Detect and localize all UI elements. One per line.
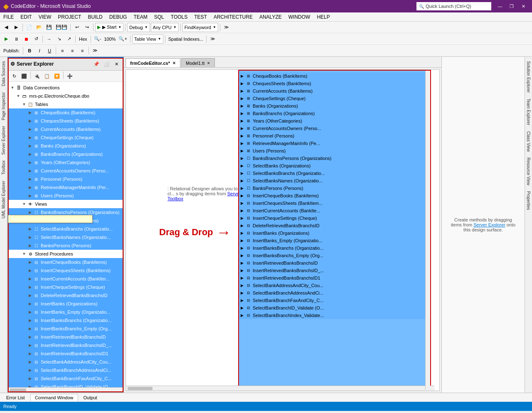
save-all-button[interactable]: 💾💾 bbox=[54, 23, 69, 32]
tree-stored-procedures[interactable]: ▼ ⚙ Stored Procedures bbox=[8, 250, 123, 258]
close-button[interactable]: ✕ bbox=[518, 2, 529, 10]
menu-tools[interactable]: TOOLS bbox=[167, 12, 191, 21]
drop-item-currentaccountsowners[interactable]: ▶ ⊞ CurrentAccountsOwners (Perso... bbox=[239, 125, 430, 132]
tab-command-window[interactable]: Command Window bbox=[30, 394, 78, 401]
se-close-button[interactable]: ✕ bbox=[112, 59, 121, 69]
tab-properties[interactable]: Properties bbox=[525, 189, 532, 213]
drop-item-chequebooks[interactable]: ▶ ⊞ ChequeBooks (BankItems) bbox=[239, 72, 430, 80]
pause-btn[interactable]: ⏸ bbox=[12, 34, 21, 44]
tree-item-retrieved[interactable]: ▶ ⊞ RetrievedManagerMainInfo (Per... bbox=[8, 183, 123, 192]
sp-insert-chequessheets[interactable]: ▶ ⊟ InsertChequesSheets (BankItems) bbox=[8, 266, 123, 275]
zoom-out-btn[interactable]: 🔍- bbox=[93, 34, 103, 44]
step-into-btn[interactable]: ↘ bbox=[54, 34, 64, 44]
undo-button[interactable]: ↩ bbox=[72, 23, 81, 32]
more-toolbar2-btn[interactable]: ≫ bbox=[208, 34, 217, 44]
menu-architecture[interactable]: ARCHITECTURE bbox=[210, 12, 256, 21]
tree-data-connections[interactable]: ▼ 🗄 Data Connections bbox=[8, 84, 123, 92]
menu-build[interactable]: BUILD bbox=[84, 12, 106, 21]
se-scrollbar-h[interactable] bbox=[8, 387, 123, 392]
drop-sp-select-bankbranchaddress[interactable]: ▶ ⊟ SelectBankBranchAddressAndCi... bbox=[239, 289, 430, 297]
maximize-button[interactable]: ❐ bbox=[506, 2, 517, 10]
underline-btn[interactable]: U bbox=[45, 46, 54, 55]
menu-help[interactable]: HELP bbox=[313, 12, 333, 21]
menu-project[interactable]: PROJECT bbox=[54, 12, 84, 21]
sp-insert-banksbranchs-empty[interactable]: ▶ ⊟ InsertBanksBranchs_Empty (Org... bbox=[8, 324, 123, 333]
tree-item-users[interactable]: ▶ ⊞ Users (Persons) bbox=[8, 192, 123, 200]
drop-sp-insert-banks-empty[interactable]: ▶ ⊟ InsertBanks_Empty (Organizatio... bbox=[239, 237, 430, 244]
menu-debug[interactable]: DEBUG bbox=[106, 12, 131, 21]
italic-btn[interactable]: I bbox=[35, 46, 44, 55]
tab-output[interactable]: Output bbox=[79, 394, 102, 401]
se-add-btn[interactable]: ➕ bbox=[65, 71, 74, 81]
drop-item-users[interactable]: ▶ ⊞ Users (Persons) bbox=[239, 147, 430, 155]
spatial-indexes-btn[interactable]: Spatial Indexes... bbox=[167, 34, 204, 44]
close-tab-1[interactable]: ✕ bbox=[207, 61, 210, 65]
tree-item-chequebooks[interactable]: ▶ ⊞ ChequeBooks (BankItems) bbox=[8, 108, 123, 117]
drop-item-chequesettings[interactable]: ▶ ⊞ ChequeSettings (Cheque) bbox=[239, 95, 430, 102]
drop-sp-insert-banksbranchs[interactable]: ▶ ⊟ InsertBanksBranchs (Organizatio... bbox=[239, 244, 430, 252]
sp-select-bankbranchaddress[interactable]: ▶ ⊟ SelectBankBranchAddressAndCi... bbox=[8, 366, 123, 374]
drop-item-banksbranchs[interactable]: ▶ ⊞ BanksBranchs (Organizations) bbox=[239, 110, 430, 117]
redo-button[interactable]: ↪ bbox=[82, 23, 91, 32]
quick-launch-input[interactable]: 🔍 Quick Launch (Ctrl+Q) bbox=[416, 2, 491, 10]
drop-sp-delete-retrieved[interactable]: ▶ ⊟ DeleteRetrievedBanksBranchsID bbox=[239, 222, 430, 229]
sp-insert-retrieved3[interactable]: ▶ ⊟ InsertRetrievedBanksBranchsID1 bbox=[8, 349, 123, 358]
drop-sp-insert-chequesettings[interactable]: ▶ ⊟ InsertChequeSettings (Cheque) bbox=[239, 214, 430, 222]
drop-item-retrieved[interactable]: ▶ ⊞ RetrievedManagerMainInfo (Pe... bbox=[239, 140, 430, 147]
tree-view-banksbranch[interactable]: ▶ ☐ BanksBranchsPersons (Organizations) … bbox=[8, 208, 123, 216]
designer-scrollbar-h[interactable] bbox=[126, 386, 434, 391]
tab-team-explorer[interactable]: Team Explorer bbox=[525, 96, 532, 128]
tab-solution-explorer[interactable]: Solution Explorer bbox=[525, 59, 532, 95]
se-connect-btn[interactable]: 🔌 bbox=[32, 71, 42, 81]
drop-view-selectbanksnames[interactable]: ▶ ☐ SelectBanksNames (Organizatio... bbox=[239, 177, 430, 184]
menu-file[interactable]: FILE bbox=[0, 12, 17, 21]
tab-toolbox[interactable]: Toolbox bbox=[0, 158, 7, 177]
open-button[interactable]: 📂 bbox=[34, 23, 44, 32]
sp-select-bankaddress[interactable]: ▶ ⊟ SelectBankAddressAndCity_Cou... bbox=[8, 358, 123, 366]
tab-frmcodeeditor[interactable]: frmCodeEditor.cs* ✕ bbox=[126, 58, 180, 67]
tree-item-currentaccountsowners[interactable]: ▶ ⊞ CurrentAccountsOwners (Perso... bbox=[8, 167, 123, 175]
se-properties-btn[interactable]: 📋 bbox=[42, 71, 52, 81]
drop-sp-select-bankbranchfax[interactable]: ▶ ⊟ SelectBankBranchFaxAndCity_C... bbox=[239, 297, 430, 304]
debug-dropdown[interactable]: Debug ▼ bbox=[127, 23, 150, 32]
sp-insert-banksbranchs[interactable]: ▶ ⊟ InsertBanksBranchs (Organizatio... bbox=[8, 316, 123, 324]
sp-insert-currentaccounts[interactable]: ▶ ⊟ InsertCurrentAccounts (BankIter... bbox=[8, 275, 123, 283]
drop-view-bankspersons[interactable]: ▶ ☐ BanksPersons (Persons) bbox=[239, 184, 430, 192]
drop-item-chequessheets[interactable]: ▶ ⊞ ChequesSheets (BankItems) bbox=[239, 80, 430, 87]
new-button[interactable]: 📄 bbox=[25, 23, 34, 32]
drop-panel-scrollbar[interactable] bbox=[425, 71, 430, 390]
tree-item-chequesettings[interactable]: ▶ ⊞ ChequeSettings (Cheque) bbox=[8, 133, 123, 142]
tab-model1[interactable]: Model1.tt ✕ bbox=[181, 58, 215, 67]
menu-test[interactable]: TEST bbox=[191, 12, 210, 21]
menu-edit[interactable]: EDIT bbox=[17, 12, 35, 21]
drop-sp-select-bankbranchid[interactable]: ▶ ⊟ SelectBankBranchID_Validate (O... bbox=[239, 304, 430, 312]
find-keyword-dropdown[interactable]: FindKeyword ▼ bbox=[182, 23, 218, 32]
sp-select-bankbranchfax[interactable]: ▶ ⊟ SelectBankBranchFaxAndCity_C... bbox=[8, 374, 123, 383]
tree-item-banksbranchs[interactable]: ▶ ⊞ BanksBranchs (Organizations) bbox=[8, 150, 123, 158]
tree-item-chequessheets[interactable]: ▶ ⊞ ChequesSheets (BankItems) bbox=[8, 117, 123, 125]
forward-button[interactable]: ▶ bbox=[12, 23, 21, 32]
drop-sp-insert-chequebooks[interactable]: ▶ ⊟ InsertChequeBooks (BankItems) bbox=[239, 192, 430, 199]
more-toolbar3-btn[interactable]: ≫ bbox=[91, 46, 100, 55]
step-out-btn[interactable]: ↗ bbox=[64, 34, 74, 44]
save-button[interactable]: 💾 bbox=[44, 23, 54, 32]
drop-item-currentaccounts[interactable]: ▶ ⊞ CurrentAccounts (BankItems) bbox=[239, 87, 430, 95]
drop-sp-insert-banksbranchs-empty[interactable]: ▶ ⊟ InsertBanksBranchs_Empty (Org... bbox=[239, 252, 430, 259]
se-stop-btn[interactable]: ⬛ bbox=[20, 71, 29, 81]
drop-sp-insert-banks[interactable]: ▶ ⊟ InsertBanks (Organizations) bbox=[239, 229, 430, 237]
sp-insert-retrieved[interactable]: ▶ ⊟ InsertRetrievedBanksBranchsID bbox=[8, 333, 123, 341]
sp-insert-banks[interactable]: ▶ ⊟ InsertBanks (Organizations) bbox=[8, 300, 123, 308]
tab-class-view[interactable]: Class View bbox=[525, 129, 532, 154]
tab-server-explorer[interactable]: Server Explorer bbox=[0, 123, 7, 157]
tree-item-personnel[interactable]: ▶ ⊞ Personnel (Persons) bbox=[8, 175, 123, 183]
sp-insert-banks-empty[interactable]: ▶ ⊟ InsertBanks_Empty (Organizatio... bbox=[8, 308, 123, 316]
tree-item-years[interactable]: ▶ ⊞ Years (OtherCategories) bbox=[8, 158, 123, 167]
align-center-btn[interactable]: ≡ bbox=[68, 46, 77, 55]
tree-database[interactable]: ▼ 🗃 mrs-pc.ElectronicCheque.dbo bbox=[8, 92, 123, 100]
more-toolbar-btn[interactable]: ≫ bbox=[222, 23, 231, 32]
tree-views[interactable]: ▼ 👁 Views bbox=[8, 200, 123, 208]
zoom-in-btn[interactable]: 🔍+ bbox=[117, 34, 128, 44]
sp-insert-retrieved2[interactable]: ▶ ⊟ InsertRetrievedBanksBranchsID_... bbox=[8, 341, 123, 349]
drop-sp-insert-chequessheets[interactable]: ▶ ⊟ InsertChequesSheets (BankItem... bbox=[239, 199, 430, 207]
drop-view-selectbanksbranchs[interactable]: ▶ ☐ SelectBanksBranchs (Organizatio... bbox=[239, 170, 430, 177]
